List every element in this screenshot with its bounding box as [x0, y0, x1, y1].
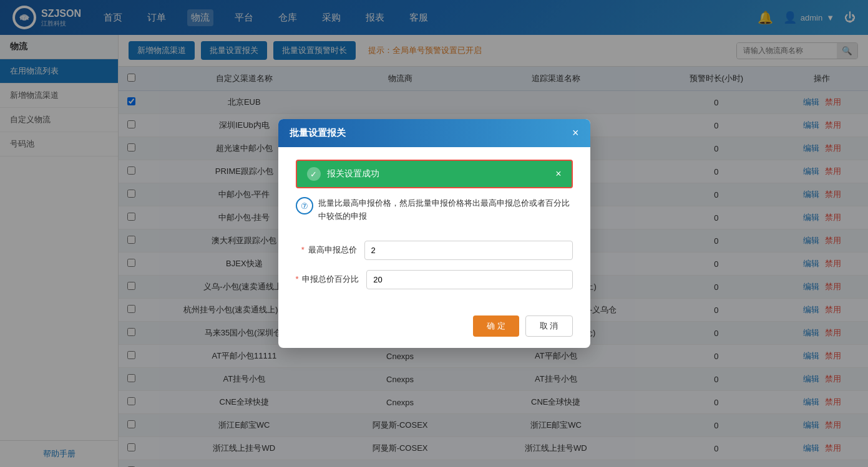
- form-row-percentage: * 申报总价百分比: [296, 270, 573, 289]
- modal-close-button[interactable]: ×: [572, 127, 579, 140]
- modal-footer: 确 定 取 消: [278, 309, 590, 348]
- cancel-button[interactable]: 取 消: [525, 315, 573, 337]
- toast-close-button[interactable]: ×: [555, 168, 561, 180]
- success-message: 报关设置成功: [327, 168, 379, 180]
- modal-header: 批量设置报关 ×: [278, 119, 590, 147]
- check-icon: ✓: [307, 167, 321, 181]
- confirm-button[interactable]: 确 定: [473, 315, 519, 337]
- form-label-percentage: * 申报总价百分比: [296, 274, 367, 285]
- step-indicator: ⑦: [296, 197, 313, 214]
- modal-overlay[interactable]: 批量设置报关 × ✓ 报关设置成功 × ⑦ 批量比最高申报价格，然后批量申报价格…: [0, 0, 868, 467]
- percentage-input[interactable]: [366, 270, 572, 289]
- batch-customs-modal: 批量设置报关 × ✓ 报关设置成功 × ⑦ 批量比最高申报价格，然后批量申报价格…: [278, 119, 590, 348]
- form-row-max-price: * 最高申报总价: [296, 241, 573, 260]
- form-label-max-price: * 最高申报总价: [296, 244, 364, 256]
- modal-body: ✓ 报关设置成功 × ⑦ 批量比最高申报价格，然后批量申报价格将出最高申报总价或…: [278, 147, 590, 309]
- modal-description: 批量比最高申报价格，然后批量申报价格将出最高申报总价或者百分比中较低的申报: [318, 197, 573, 223]
- success-toast: ✓ 报关设置成功 ×: [296, 160, 573, 188]
- modal-title: 批量设置报关: [290, 127, 346, 139]
- max-price-input[interactable]: [364, 241, 573, 260]
